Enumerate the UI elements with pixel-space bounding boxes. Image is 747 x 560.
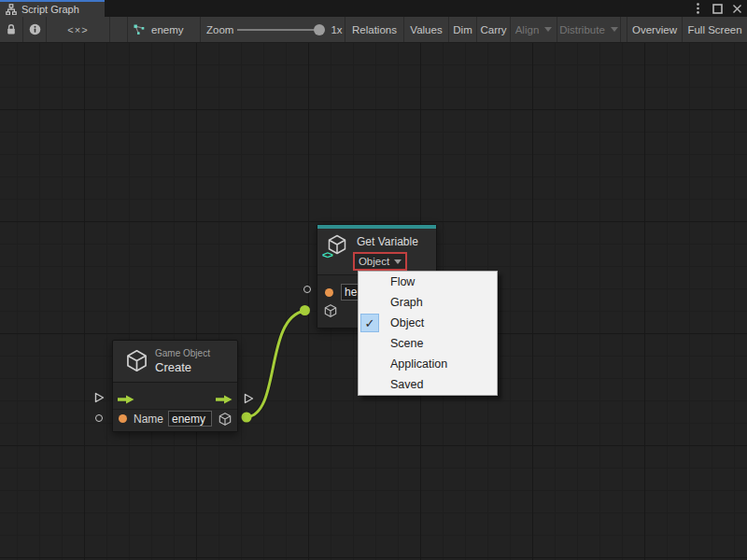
lock-icon	[6, 23, 17, 35]
toolbar-spacer	[110, 17, 127, 42]
distribute-button[interactable]: Distribute	[557, 17, 621, 42]
graph-breadcrumb[interactable]: enemy	[127, 17, 201, 42]
lock-button[interactable]	[0, 17, 23, 42]
variable-name-port[interactable]	[325, 288, 333, 297]
cube-icon	[124, 348, 149, 373]
menu-item-flow[interactable]: Flow	[359, 272, 497, 292]
menu-item-saved[interactable]: Saved	[359, 374, 497, 395]
tab-script-graph[interactable]: Script Graph	[0, 0, 105, 17]
zoom-label: Zoom	[206, 24, 233, 35]
window-controls	[692, 1, 742, 16]
menu-item-scene[interactable]: Scene	[359, 333, 497, 354]
menu-item-object[interactable]: ✓ Object	[359, 313, 497, 333]
check-icon: ✓	[360, 314, 379, 332]
name-port-label: Name	[134, 413, 163, 426]
info-button[interactable]	[23, 17, 47, 42]
create-output-port-connected	[242, 413, 252, 423]
object-output-cube-icon[interactable]	[323, 303, 338, 318]
variable-kind-menu: Flow Graph ✓ Object Scene Application	[358, 271, 498, 396]
carry-button[interactable]: Carry	[477, 17, 511, 42]
kebab-menu-icon[interactable]	[692, 2, 703, 15]
gameobject-output-cube-icon[interactable]	[218, 412, 233, 427]
node-create-game-object[interactable]: Game Object Create Name	[112, 340, 238, 432]
overview-button[interactable]: Overview	[627, 17, 683, 42]
zoom-value: 1x	[331, 24, 342, 35]
variable-kind-dropdown[interactable]: Object	[353, 252, 407, 271]
script-graph-icon	[6, 4, 17, 15]
close-icon[interactable]	[731, 2, 742, 15]
getvariable-value-port[interactable]	[303, 286, 311, 293]
node-color-bar	[317, 225, 436, 229]
caret-down-icon	[394, 259, 402, 264]
script-graph-window: Script Graph	[0, 0, 747, 560]
zoom-slider-handle[interactable]	[314, 24, 325, 35]
create-flow-out-port[interactable]	[243, 393, 254, 404]
create-name-ext-port[interactable]	[95, 414, 103, 422]
cube-code-icon: <>	[326, 233, 348, 256]
node-title: Create	[155, 360, 191, 374]
row-divider	[113, 409, 237, 410]
align-button[interactable]: Align	[511, 17, 557, 42]
getvariable-input-port-connected	[300, 305, 310, 315]
toolbar: <×> enemy Zoom 1x Relations Values Dim	[0, 17, 747, 43]
titlebar: Script Graph	[0, 0, 747, 17]
tab-label: Script Graph	[21, 4, 79, 15]
graph-icon	[133, 23, 146, 35]
caret-down-icon	[544, 27, 552, 32]
zoom-slider[interactable]	[237, 29, 319, 31]
name-input-field[interactable]	[168, 411, 212, 427]
variables-button[interactable]: <×>	[47, 17, 110, 42]
menu-item-graph[interactable]: Graph	[359, 292, 497, 313]
maximize-icon[interactable]	[712, 2, 723, 15]
graph-canvas[interactable]: <> Get Variable Object	[0, 43, 747, 560]
node-title: Get Variable	[357, 235, 418, 248]
create-flow-in-port[interactable]	[93, 392, 105, 403]
dim-button[interactable]: Dim	[449, 17, 477, 42]
fullscreen-button[interactable]: Full Screen	[683, 17, 747, 42]
node-category: Game Object	[155, 348, 210, 358]
name-input-port[interactable]	[119, 414, 127, 423]
caret-down-icon	[611, 27, 618, 32]
flow-input-arrow-icon[interactable]	[118, 395, 134, 404]
menu-item-application[interactable]: Application	[359, 354, 497, 374]
flow-output-arrow-icon[interactable]	[216, 395, 233, 404]
code-brackets-icon: <×>	[67, 24, 88, 35]
node-ports-area: Name	[113, 382, 237, 431]
info-icon	[29, 23, 41, 35]
zoom-control: Zoom 1x	[201, 17, 345, 42]
breadcrumb-label: enemy	[151, 24, 184, 35]
values-button[interactable]: Values	[404, 17, 449, 42]
relations-button[interactable]: Relations	[345, 17, 404, 42]
